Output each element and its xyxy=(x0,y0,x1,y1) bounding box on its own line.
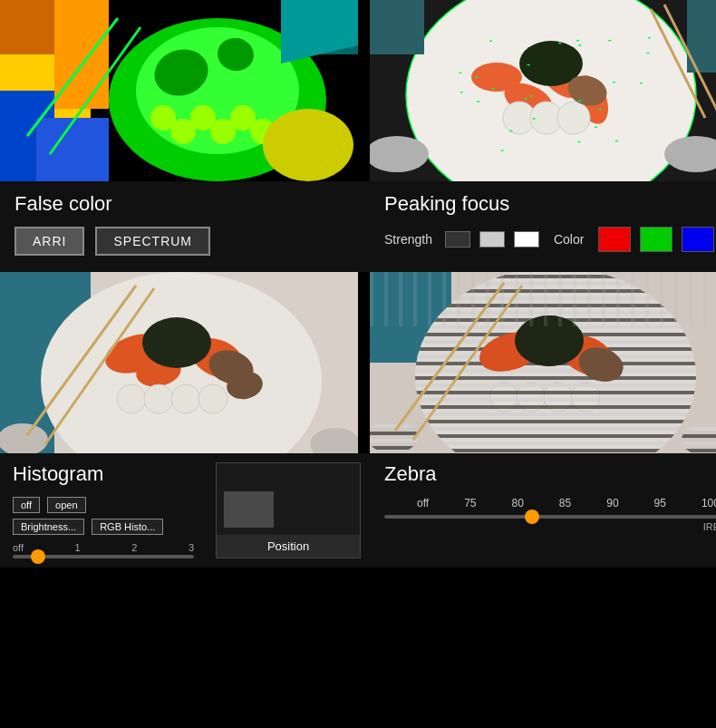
slider-label-2: 2 xyxy=(131,542,137,553)
peaking-options: Strength Color xyxy=(384,227,716,252)
zebra-slider-track[interactable] xyxy=(384,515,716,519)
zebra-label-85: 85 xyxy=(559,497,571,510)
false-color-image xyxy=(0,0,370,181)
zebra-label-95: 95 xyxy=(654,497,666,510)
spectrum-button[interactable]: SPECTRUM xyxy=(95,227,210,256)
histogram-position-thumb[interactable] xyxy=(224,491,274,528)
zebra-label-80: 80 xyxy=(511,497,523,510)
histogram-controls-panel: Histogram off open Brightness... RGB His… xyxy=(0,453,370,568)
histogram-slider-thumb[interactable] xyxy=(31,549,45,564)
histogram-position-box: Position xyxy=(216,462,361,558)
zebra-image xyxy=(370,272,716,453)
brightness-button[interactable]: Brightness... xyxy=(13,519,84,535)
slider-label-1: 1 xyxy=(75,542,81,553)
strength-dark-swatch[interactable] xyxy=(445,231,470,248)
histogram-slider-track[interactable] xyxy=(13,555,194,558)
false-color-canvas xyxy=(0,0,358,181)
zebra-title: Zebra xyxy=(384,462,716,486)
color-blue-swatch[interactable] xyxy=(682,227,714,252)
zebra-controls-panel: Zebra off 75 80 85 90 95 100 IRE xyxy=(370,453,716,568)
zebra-label-75: 75 xyxy=(464,497,476,510)
zebra-slider-area: off 75 80 85 90 95 100 IRE xyxy=(384,497,716,532)
strength-label: Strength xyxy=(384,232,432,247)
zebra-label-100: 100 xyxy=(701,497,716,510)
main-grid: False color ARRI SPECTRUM Peaking focus … xyxy=(0,0,716,568)
histogram-off-button[interactable]: off xyxy=(13,497,40,513)
slider-label-3: 3 xyxy=(189,542,194,553)
histogram-image xyxy=(0,272,370,453)
color-label: Color xyxy=(554,232,584,247)
zebra-canvas xyxy=(370,272,716,453)
false-color-button-group: ARRI SPECTRUM xyxy=(15,227,355,256)
histogram-slider-container: off 1 2 3 xyxy=(13,542,194,558)
arri-button[interactable]: ARRI xyxy=(15,227,84,256)
histogram-toggle-row: off open xyxy=(13,497,194,513)
peaking-focus-image xyxy=(370,0,716,181)
zebra-ire-label: IRE xyxy=(384,521,716,532)
histogram-open-button[interactable]: open xyxy=(47,497,85,513)
zebra-label-90: 90 xyxy=(606,497,618,510)
histogram-source-canvas xyxy=(0,272,358,453)
zebra-slider-labels: off 75 80 85 90 95 100 xyxy=(384,497,716,510)
false-color-controls: False color ARRI SPECTRUM xyxy=(0,181,370,272)
histogram-position-preview xyxy=(217,463,360,535)
histogram-left-controls: Histogram off open Brightness... RGB His… xyxy=(0,453,207,568)
histogram-position-label: Position xyxy=(217,535,360,558)
strength-light-swatch[interactable] xyxy=(514,231,539,248)
color-red-swatch[interactable] xyxy=(598,227,631,252)
peaking-focus-controls: Peaking focus Strength Color xyxy=(370,181,716,272)
rgb-histo-button[interactable]: RGB Histo... xyxy=(92,519,163,535)
strength-mid-swatch[interactable] xyxy=(479,231,505,248)
zebra-off-label: off xyxy=(417,497,429,510)
slider-label-off: off xyxy=(13,542,24,553)
peaking-canvas xyxy=(370,0,716,181)
false-color-title: False color xyxy=(15,192,355,216)
peaking-focus-title: Peaking focus xyxy=(384,192,716,216)
histogram-title: Histogram xyxy=(13,462,194,486)
color-green-swatch[interactable] xyxy=(640,227,672,252)
histogram-type-row: Brightness... RGB Histo... xyxy=(13,519,194,535)
